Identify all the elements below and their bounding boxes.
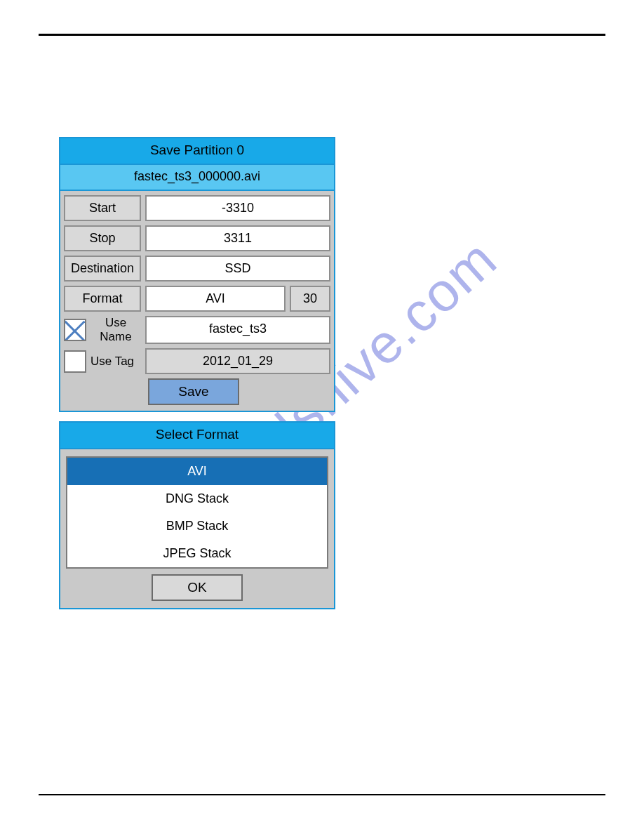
format-item-jpeg[interactable]: JPEG Stack [67, 540, 327, 567]
use-tag-checkbox[interactable] [64, 350, 86, 373]
use-tag-label: Use Tag [90, 355, 134, 369]
select-format-body: AVI DNG Stack BMP Stack JPEG Stack OK [60, 449, 334, 608]
use-tag-row: Use Tag 2012_01_29 [64, 348, 330, 374]
save-partition-panel: Save Partition 0 fastec_ts3_000000.avi S… [59, 137, 335, 412]
save-panel-title: Save Partition 0 [60, 138, 334, 165]
start-button[interactable]: Start [64, 195, 141, 221]
use-name-row: Use Name fastec_ts3 [64, 316, 330, 344]
use-name-value[interactable]: fastec_ts3 [145, 316, 330, 344]
use-tag-value[interactable]: 2012_01_29 [145, 348, 330, 374]
format-item-dng[interactable]: DNG Stack [67, 485, 327, 512]
use-tag-label-group: Use Tag [64, 348, 141, 374]
destination-row: Destination SSD [64, 256, 330, 282]
destination-value[interactable]: SSD [145, 256, 330, 282]
format-item-bmp[interactable]: BMP Stack [67, 512, 327, 540]
save-row: Save [64, 378, 330, 405]
start-row: Start -3310 [64, 195, 330, 221]
top-rule [39, 34, 605, 36]
format-button[interactable]: Format [64, 286, 141, 312]
select-format-title: Select Format [60, 423, 334, 449]
use-name-checkbox[interactable] [64, 319, 86, 341]
stop-value[interactable]: 3311 [145, 225, 330, 251]
ok-button[interactable]: OK [152, 574, 243, 601]
stop-button[interactable]: Stop [64, 225, 141, 251]
format-value[interactable]: AVI [145, 286, 286, 312]
save-spacer [64, 378, 148, 405]
start-value[interactable]: -3310 [145, 195, 330, 221]
filename-bar: fastec_ts3_000000.avi [60, 165, 334, 191]
use-name-label-group: Use Name [64, 316, 141, 344]
fps-value[interactable]: 30 [290, 286, 330, 312]
ok-row: OK [66, 574, 328, 601]
format-item-avi[interactable]: AVI [67, 458, 327, 485]
format-row: Format AVI 30 [64, 286, 330, 312]
stop-row: Stop 3311 [64, 225, 330, 251]
save-button[interactable]: Save [148, 378, 239, 405]
destination-button[interactable]: Destination [64, 256, 141, 282]
format-list: AVI DNG Stack BMP Stack JPEG Stack [66, 456, 328, 569]
save-panel-body: Start -3310 Stop 3311 Destination SSD Fo… [60, 191, 334, 411]
use-name-label: Use Name [90, 316, 141, 344]
select-format-panel: Select Format AVI DNG Stack BMP Stack JP… [59, 421, 335, 609]
bottom-rule [39, 794, 605, 795]
